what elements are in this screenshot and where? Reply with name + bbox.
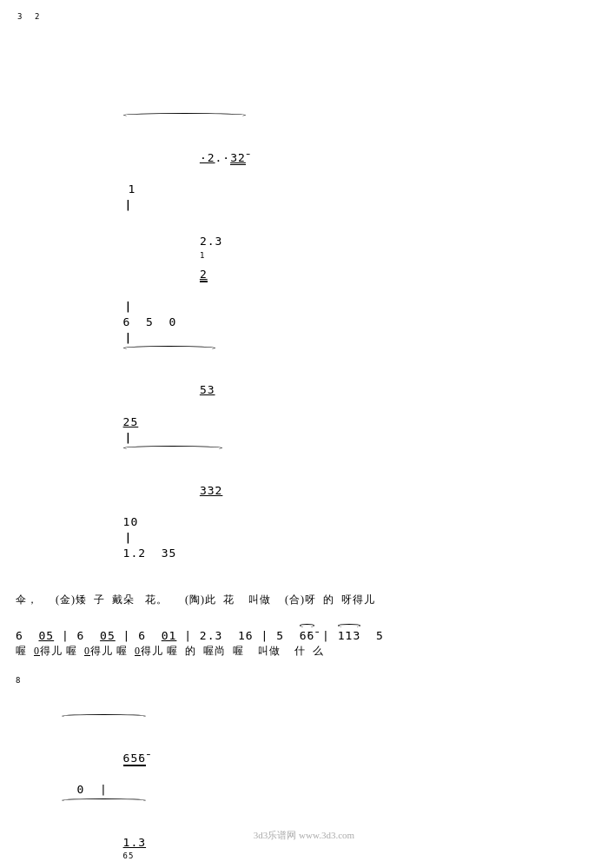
lyrics-row-2: 喔 0得儿 喔 0得儿 喔 0得儿 喔 的 喔尚 喔 叫做 什 么: [16, 645, 592, 659]
score-container: 3 2 ·2.·3̄2̄ 1 | 2.3 1 2 | 6 5 0 |: [9, 7, 599, 868]
score-line-2: 6 05 | 6 05 | 6 01 | 2.3 16 | 5 6̄6̄ | 1…: [16, 624, 592, 658]
lyrics-row-1: 伞， (金)矮 子 戴朵 花。 (陶)此 花 叫做 (合)呀 的 呀得儿: [16, 593, 592, 607]
measure-num-3: 3: [17, 11, 23, 23]
notation-row-2: 6 05 | 6 05 | 6 01 | 2.3 16 | 5 6̄6̄ | 1…: [16, 624, 592, 644]
arc-1: ·2.·3̄2̄: [123, 113, 246, 182]
watermark: 3d3乐谱网 www.3d3.com: [254, 829, 354, 842]
notation-row-1: 3 2 ·2.·3̄2̄ 1 | 2.3 1 2 | 6 5 0 |: [16, 11, 592, 593]
score-line-1: 3 2 ·2.·3̄2̄ 1 | 2.3 1 2 | 6 5 0 |: [16, 11, 592, 606]
measure-num-2: 2: [35, 11, 40, 23]
